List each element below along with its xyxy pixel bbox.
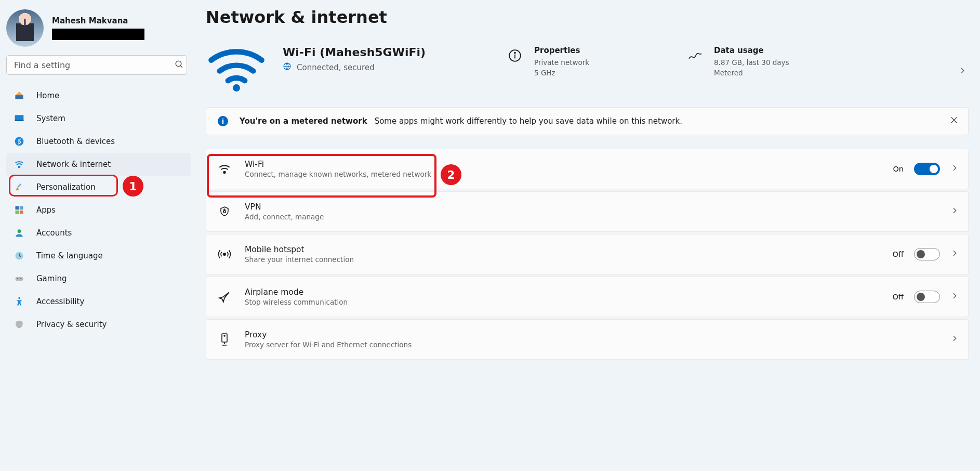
card-airplane[interactable]: Airplane mode Stop wireless communicatio…	[206, 277, 969, 317]
profile-email-redacted	[52, 29, 144, 40]
info-badge-icon: i	[218, 116, 228, 126]
close-icon[interactable]	[949, 115, 959, 127]
sidebar-item-network[interactable]: Network & internet	[6, 153, 191, 176]
svg-point-18	[233, 84, 240, 91]
person-icon	[14, 227, 25, 239]
data-usage-block[interactable]: Data usage 8.87 GB, last 30 days Metered	[688, 46, 789, 78]
svg-rect-4	[15, 120, 24, 122]
card-wifi[interactable]: Wi-Fi Connect, manage known networks, me…	[206, 149, 969, 189]
connection-state: Connected, secured	[297, 63, 375, 72]
card-subtitle: Proxy server for Wi-Fi and Ethernet conn…	[245, 341, 412, 349]
airplane-icon	[218, 290, 231, 304]
sidebar-item-bluetooth[interactable]: Bluetooth & devices	[6, 130, 191, 153]
usage-line2: Metered	[714, 68, 789, 78]
profile-block[interactable]: Mahesh Makvana	[6, 9, 191, 55]
sidebar-item-label: Network & internet	[36, 160, 111, 169]
bluetooth-icon	[14, 136, 25, 147]
sidebar-item-accounts[interactable]: Accounts	[6, 221, 191, 244]
svg-rect-11	[20, 211, 23, 214]
sidebar-item-label: Bluetooth & devices	[36, 137, 115, 146]
graph-icon	[688, 49, 704, 64]
sidebar-item-label: Time & language	[36, 251, 103, 260]
svg-point-22	[514, 53, 515, 54]
usage-title: Data usage	[714, 46, 789, 55]
card-hotspot[interactable]: Mobile hotspot Share your internet conne…	[206, 234, 969, 274]
usage-line1: 8.87 GB, last 30 days	[714, 57, 789, 68]
svg-line-1	[180, 66, 182, 68]
card-subtitle: Stop wireless communication	[245, 298, 348, 306]
card-title: Airplane mode	[245, 287, 348, 297]
sidebar-item-label: Apps	[36, 205, 56, 215]
page-title: Network & internet	[206, 7, 969, 27]
accessibility-icon	[14, 296, 25, 307]
sidebar-item-home[interactable]: Home	[6, 84, 191, 107]
card-title: Proxy	[245, 330, 412, 339]
svg-point-5	[15, 137, 24, 146]
connection-status[interactable]: Wi-Fi (Mahesh5GWiFi) Connected, secured …	[206, 46, 969, 94]
svg-rect-7	[17, 184, 21, 188]
sidebar-item-gaming[interactable]: Gaming	[6, 267, 191, 290]
proxy-icon	[218, 333, 231, 346]
sidebar-item-label: Gaming	[36, 274, 67, 283]
svg-rect-2	[16, 95, 23, 99]
sidebar-item-accessibility[interactable]: Accessibility	[6, 290, 191, 313]
svg-point-23	[223, 172, 225, 173]
notice-body: Some apps might work differently to help…	[375, 116, 682, 126]
chevron-right-icon	[950, 249, 959, 259]
svg-rect-14	[16, 277, 23, 281]
sidebar-item-system[interactable]: System	[6, 107, 191, 130]
sidebar-item-personalization[interactable]: Personalization	[6, 176, 191, 199]
sidebar-item-label: Accounts	[36, 228, 72, 238]
connection-ssid: Wi-Fi (Mahesh5GWiFi)	[283, 46, 426, 59]
search-input[interactable]	[6, 55, 187, 75]
main-content: Network & internet Wi-Fi (Mahesh5GWiFi) …	[206, 0, 980, 360]
svg-point-15	[17, 278, 18, 279]
brush-icon	[14, 181, 25, 193]
svg-rect-24	[223, 211, 226, 213]
globe-icon	[283, 62, 292, 73]
sidebar-item-privacy[interactable]: Privacy & security	[6, 313, 191, 336]
svg-point-12	[18, 229, 21, 233]
card-title: VPN	[245, 202, 324, 212]
chevron-right-icon[interactable]	[958, 67, 966, 77]
card-vpn[interactable]: VPN Add, connect, manage	[206, 191, 969, 232]
wifi-icon	[14, 159, 25, 170]
properties-line1: Private network	[534, 57, 589, 68]
properties-block[interactable]: Properties Private network 5 GHz	[508, 46, 589, 78]
sidebar-item-time[interactable]: Time & language	[6, 244, 191, 267]
svg-rect-9	[20, 206, 23, 210]
nav-list: Home System Bluetooth & devices Network …	[6, 84, 191, 336]
home-icon	[14, 90, 25, 101]
info-icon	[508, 49, 524, 64]
avatar	[6, 9, 44, 47]
card-subtitle: Share your internet connection	[245, 255, 354, 264]
wifi-large-icon	[206, 46, 267, 94]
sidebar-item-label: System	[36, 114, 65, 123]
card-proxy[interactable]: Proxy Proxy server for Wi-Fi and Etherne…	[206, 319, 969, 360]
vpn-shield-icon	[218, 205, 231, 218]
hotspot-toggle[interactable]	[914, 248, 940, 260]
svg-point-6	[19, 166, 20, 168]
card-title: Wi-Fi	[245, 160, 431, 169]
system-icon	[14, 113, 25, 124]
card-title: Mobile hotspot	[245, 245, 354, 254]
sidebar: Mahesh Makvana Home System Bluetooth & d…	[0, 0, 197, 471]
chevron-right-icon	[950, 292, 959, 302]
sidebar-item-apps[interactable]: Apps	[6, 199, 191, 221]
toggle-state: On	[893, 165, 904, 173]
clock-icon	[14, 250, 25, 261]
svg-rect-10	[16, 211, 19, 214]
notice-heading: You're on a metered network	[240, 116, 367, 126]
chevron-right-icon	[950, 206, 959, 217]
hotspot-icon	[218, 247, 231, 261]
properties-line2: 5 GHz	[534, 68, 589, 78]
properties-title: Properties	[534, 46, 589, 55]
airplane-toggle[interactable]	[914, 291, 940, 303]
apps-icon	[14, 204, 25, 216]
wifi-toggle[interactable]	[914, 163, 940, 175]
svg-point-16	[20, 278, 21, 279]
svg-point-0	[176, 61, 181, 67]
shield-icon	[14, 319, 25, 330]
chevron-right-icon	[950, 164, 959, 174]
svg-point-17	[18, 297, 20, 299]
